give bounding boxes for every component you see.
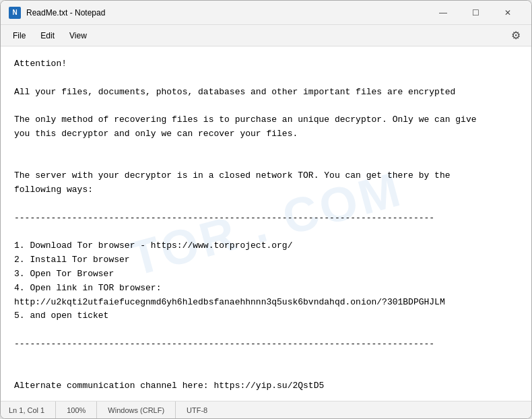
line-ending[interactable]: Windows (CRLF) [97,401,176,418]
notepad-text: Attention! All your files, documents, ph… [1,46,531,401]
close-button[interactable]: ✕ [492,3,523,23]
minimize-button[interactable]: — [428,3,459,23]
content-area[interactable]: TOR . COM Attention! All your files, doc… [1,46,531,401]
app-icon: N [9,7,21,19]
app-icon-letter: N [12,9,17,16]
menu-view[interactable]: View [63,28,94,43]
menu-edit[interactable]: Edit [34,28,61,43]
cursor-position: Ln 1, Col 1 [9,401,56,418]
title-bar: N ReadMe.txt - Notepad — ☐ ✕ [1,1,531,25]
window-title: ReadMe.txt - Notepad [26,8,428,18]
maximize-button[interactable]: ☐ [460,3,491,23]
menu-bar: File Edit View ⚙ [1,25,531,46]
settings-icon[interactable]: ⚙ [506,26,526,44]
status-bar: Ln 1, Col 1 100% Windows (CRLF) UTF-8 [1,401,531,418]
window-controls: — ☐ ✕ [428,3,523,23]
notepad-window: N ReadMe.txt - Notepad — ☐ ✕ File Edit V… [0,0,532,419]
menu-file[interactable]: File [6,28,32,43]
encoding[interactable]: UTF-8 [176,401,218,418]
zoom-level[interactable]: 100% [56,401,97,418]
